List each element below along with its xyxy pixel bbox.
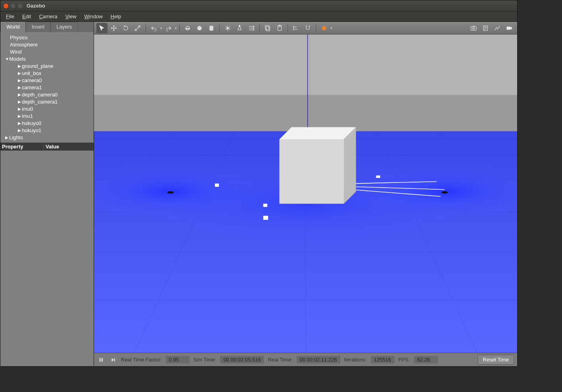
left-panel-tabs: World Insert Layers: [0, 22, 94, 32]
svg-point-10: [473, 27, 475, 29]
log-button[interactable]: [480, 23, 491, 33]
property-body: [0, 151, 94, 366]
record-button[interactable]: [504, 23, 515, 33]
rtf-label: Real Time Factor:: [121, 357, 162, 363]
svg-rect-8: [322, 26, 326, 30]
iter-value: 125516: [371, 356, 395, 363]
main-area: ▾ ▾ ▾: [94, 22, 517, 366]
unit-box-model: [279, 127, 356, 204]
tree-model-imu1[interactable]: ▶imu1: [0, 112, 94, 119]
window-title: Gazebo: [27, 3, 45, 9]
pause-button[interactable]: [97, 356, 105, 364]
menu-view[interactable]: View: [62, 13, 80, 20]
menubar: File Edit Camera View Window Help: [0, 12, 517, 22]
realtime-label: Real Time:: [268, 357, 292, 363]
menu-edit[interactable]: Edit: [19, 13, 34, 20]
simtime-value: 00 00:02:05.516: [220, 356, 264, 363]
window-controls: [4, 4, 23, 8]
svg-marker-33: [344, 127, 356, 204]
box-tool[interactable]: [182, 23, 193, 33]
tree-lights[interactable]: ▶Lights: [0, 134, 94, 141]
left-panel: World Insert Layers Physics Atmosphere W…: [0, 22, 94, 366]
rtf-value: 0.95: [166, 356, 190, 363]
menu-window[interactable]: Window: [81, 13, 106, 20]
copy-button[interactable]: [262, 23, 273, 33]
tree-model-depth_camera0[interactable]: ▶depth_camera0: [0, 91, 94, 98]
redo-button[interactable]: [163, 23, 174, 33]
tree-models[interactable]: ▼Models: [0, 55, 94, 62]
tab-insert[interactable]: Insert: [26, 22, 51, 32]
tree-wind[interactable]: Wind: [0, 48, 94, 55]
tab-layers[interactable]: Layers: [50, 22, 78, 32]
iter-label: Iterations:: [344, 357, 367, 363]
sphere-tool[interactable]: [194, 23, 205, 33]
spot-light-tool[interactable]: [234, 23, 245, 33]
tree-model-ground_plane[interactable]: ▶ground_plane: [0, 62, 94, 69]
gazebo-window: Gazebo File Edit Camera View Window Help…: [0, 0, 518, 367]
snap-tool[interactable]: [302, 23, 313, 33]
svg-rect-4: [266, 27, 270, 31]
toolbar: ▾ ▾ ▾: [94, 22, 517, 35]
tree-model-camera0[interactable]: ▶camera0: [0, 77, 94, 84]
svg-rect-44: [102, 358, 103, 361]
tree-model-camera1[interactable]: ▶camera1: [0, 84, 94, 91]
svg-point-3: [239, 25, 240, 26]
menu-help[interactable]: Help: [107, 13, 125, 20]
plot-button[interactable]: [492, 23, 503, 33]
tree-atmosphere[interactable]: Atmosphere: [0, 41, 94, 48]
viewport-3d[interactable]: [94, 35, 517, 353]
menu-camera[interactable]: Camera: [36, 13, 60, 20]
svg-rect-36: [263, 216, 268, 220]
svg-rect-14: [94, 95, 517, 131]
statusbar: Real Time Factor: 0.95 Sim Time: 00 00:0…: [94, 353, 517, 366]
svg-rect-5: [265, 25, 269, 30]
close-button[interactable]: [4, 4, 8, 8]
svg-rect-12: [506, 27, 510, 30]
translate-tool[interactable]: [108, 23, 119, 33]
tree-model-hokuyo0[interactable]: ▶hokuyo0: [0, 119, 94, 127]
maximize-button[interactable]: [18, 4, 23, 8]
svg-rect-34: [215, 184, 219, 187]
screenshot-button[interactable]: [468, 23, 479, 33]
fps-label: FPS:: [399, 357, 410, 363]
svg-rect-43: [100, 358, 101, 361]
scale-tool[interactable]: [132, 23, 143, 33]
rotate-tool[interactable]: [120, 23, 131, 33]
point-light-tool[interactable]: [222, 23, 233, 33]
tab-world[interactable]: World: [0, 22, 26, 32]
step-button[interactable]: [109, 356, 117, 364]
minimize-button[interactable]: [11, 4, 15, 8]
tree-model-unit_box[interactable]: ▶unit_box: [0, 69, 94, 77]
cylinder-tool[interactable]: [206, 23, 217, 33]
svg-point-42: [441, 191, 448, 194]
svg-marker-32: [279, 127, 356, 139]
tree-model-depth_camera1[interactable]: ▶depth_camera1: [0, 98, 94, 105]
undo-button[interactable]: [148, 23, 159, 33]
tree-model-imu0[interactable]: ▶imu0: [0, 105, 94, 112]
svg-rect-37: [376, 175, 380, 178]
simtime-label: Sim Time:: [194, 357, 217, 363]
world-tree: Physics Atmosphere Wind ▼Models ▶ground_…: [0, 32, 94, 142]
svg-point-2: [227, 27, 229, 29]
svg-rect-9: [471, 27, 476, 30]
align-tool[interactable]: [290, 23, 301, 33]
tree-model-hokuyo1[interactable]: ▶hokuyo1: [0, 127, 94, 134]
svg-marker-31: [279, 139, 344, 204]
svg-point-0: [197, 26, 202, 31]
select-tool[interactable]: [96, 23, 107, 33]
svg-rect-35: [263, 204, 267, 207]
view-angle-tool[interactable]: [318, 23, 330, 33]
titlebar: Gazebo: [0, 0, 517, 12]
tree-physics[interactable]: Physics: [0, 34, 94, 41]
fps-value: 62.26: [414, 356, 438, 363]
reset-time-button[interactable]: Reset Time: [478, 355, 514, 365]
svg-rect-45: [114, 358, 115, 361]
svg-point-41: [167, 191, 174, 194]
paste-button[interactable]: [274, 23, 285, 33]
property-header: Property Value: [0, 142, 94, 151]
property-col-label: Property: [0, 143, 44, 150]
menu-file[interactable]: File: [3, 13, 17, 20]
realtime-value: 00 00:02:11.226: [297, 356, 340, 363]
directional-light-tool[interactable]: [246, 23, 257, 33]
value-col-label: Value: [44, 143, 61, 150]
